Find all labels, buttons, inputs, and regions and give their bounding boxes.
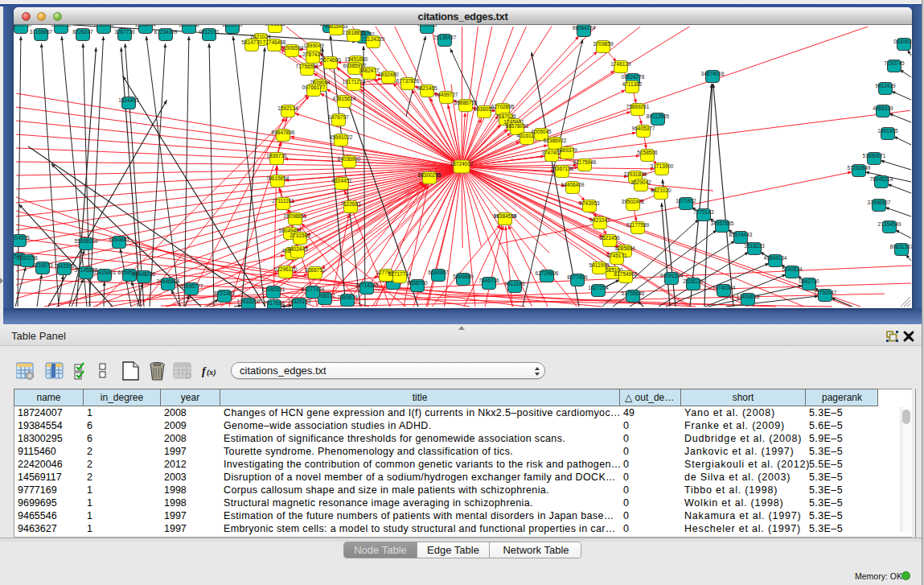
svg-text:3482477: 3482477 [359, 68, 380, 73]
svg-text:79740344: 79740344 [713, 285, 736, 290]
svg-text:00524278: 00524278 [622, 74, 645, 80]
svg-text:8721489: 8721489 [214, 290, 235, 296]
svg-text:5009788: 5009788 [179, 25, 199, 27]
svg-text:96405377: 96405377 [632, 126, 655, 131]
svg-text:3747407: 3747407 [541, 150, 562, 155]
svg-text:74367136: 74367136 [551, 166, 574, 171]
svg-text:17080531: 17080531 [262, 286, 285, 292]
svg-text:8366752: 8366752 [305, 267, 326, 273]
svg-text:4324451: 4324451 [331, 178, 352, 183]
svg-text:94406409: 94406409 [561, 182, 585, 187]
svg-text:5411998: 5411998 [589, 262, 610, 268]
svg-text:1592124: 1592124 [277, 105, 298, 111]
svg-text:84036900: 84036900 [338, 156, 361, 162]
svg-text:9751613: 9751613 [265, 25, 285, 27]
svg-text:1399049: 1399049 [303, 43, 324, 48]
svg-text:19384554: 19384554 [494, 213, 517, 219]
svg-text:8677496: 8677496 [567, 274, 588, 280]
svg-text:13171274: 13171274 [343, 79, 366, 84]
svg-text:1824493: 1824493 [118, 97, 139, 103]
svg-text:39502402: 39502402 [622, 199, 645, 204]
svg-text:0812191: 0812191 [199, 29, 220, 35]
svg-text:27111161: 27111161 [272, 198, 294, 204]
svg-text:6690967: 6690967 [428, 270, 449, 275]
svg-text:7193745: 7193745 [884, 60, 905, 66]
svg-text:82175946: 82175946 [573, 159, 597, 165]
svg-text:1491905: 1491905 [877, 128, 898, 134]
svg-text:71756551: 71756551 [296, 64, 319, 69]
svg-text:4711382: 4711382 [622, 81, 643, 87]
svg-text:02296120: 02296120 [274, 266, 298, 272]
svg-text:37996507: 37996507 [868, 200, 891, 205]
svg-text:71746488: 71746488 [263, 39, 286, 45]
svg-text:52717744: 52717744 [388, 271, 412, 277]
svg-text:7543303: 7543303 [54, 263, 75, 269]
svg-text:5674680: 5674680 [320, 57, 341, 63]
svg-text:32931839: 32931839 [624, 171, 647, 177]
svg-text:99091334: 99091334 [660, 273, 684, 278]
svg-text:7622683: 7622683 [340, 201, 361, 207]
svg-text:62729806: 62729806 [536, 270, 559, 276]
svg-text:76615654: 76615654 [266, 175, 290, 181]
svg-text:2421024: 2421024 [250, 34, 271, 39]
svg-text:0842710: 0842710 [799, 278, 819, 284]
svg-text:81754965: 81754965 [614, 271, 638, 277]
svg-text:7187026: 7187026 [495, 113, 516, 119]
svg-text:18724007: 18724007 [450, 161, 474, 167]
svg-text:4745171: 4745171 [606, 253, 627, 258]
svg-text:23124329: 23124329 [362, 36, 385, 42]
svg-text:80112805: 80112805 [647, 113, 670, 119]
svg-text:5466889: 5466889 [453, 274, 474, 279]
svg-text:38299737: 38299737 [14, 25, 33, 27]
svg-text:23300295: 23300295 [418, 172, 441, 178]
svg-text:1746120: 1746120 [610, 61, 631, 67]
svg-text:34714345: 34714345 [355, 282, 379, 288]
svg-text:1836736: 1836736 [266, 153, 287, 159]
svg-text:2731585: 2731585 [290, 233, 310, 238]
svg-text:28098851: 28098851 [284, 213, 307, 219]
svg-text:3285884: 3285884 [614, 245, 635, 251]
svg-text:3529042: 3529042 [630, 179, 651, 185]
svg-text:0932480: 0932480 [378, 72, 399, 77]
svg-text:4966319: 4966319 [873, 105, 893, 111]
svg-text:1627204: 1627204 [588, 285, 609, 290]
svg-text:9402445: 9402445 [287, 246, 308, 252]
svg-text:31165667: 31165667 [30, 29, 53, 35]
svg-text:55698169: 55698169 [75, 238, 98, 244]
svg-text:36995777: 36995777 [180, 283, 203, 289]
svg-text:2606474: 2606474 [135, 25, 156, 27]
svg-text:13493618: 13493618 [737, 294, 760, 299]
svg-text:7917693: 7917693 [264, 300, 285, 306]
svg-text:5158506: 5158506 [637, 150, 658, 155]
svg-text:75869261: 75869261 [626, 104, 650, 109]
svg-text:3709859: 3709859 [593, 41, 614, 47]
svg-text:9521456: 9521456 [599, 235, 620, 241]
svg-text:4060883: 4060883 [109, 237, 129, 242]
svg-text:0330923: 0330923 [893, 39, 912, 44]
svg-text:00766177: 00766177 [302, 84, 326, 90]
svg-text:98084124: 98084124 [573, 25, 596, 31]
svg-text:(x): (x) [207, 368, 216, 377]
svg-text:9413186: 9413186 [504, 281, 525, 286]
svg-text:9421047: 9421047 [589, 217, 610, 223]
svg-text:76945314: 76945314 [870, 176, 893, 182]
svg-text:2787429: 2787429 [302, 51, 323, 57]
svg-text:81177589: 81177589 [626, 222, 650, 228]
svg-text:80831367: 80831367 [890, 244, 912, 249]
svg-text:45991022: 45991022 [330, 134, 353, 140]
svg-text:87234309: 87234309 [154, 29, 178, 35]
svg-text:8726247: 8726247 [72, 29, 93, 35]
svg-text:1065133: 1065133 [51, 25, 72, 27]
svg-text:21818835: 21818835 [343, 30, 366, 35]
svg-text:27354549: 27354549 [878, 221, 901, 227]
svg-text:76320163: 76320163 [288, 299, 311, 304]
svg-text:53755646: 53755646 [622, 290, 645, 296]
svg-text:3518233: 3518233 [744, 243, 765, 249]
svg-text:2260256: 2260256 [17, 255, 38, 261]
svg-text:87277434: 87277434 [302, 286, 325, 292]
svg-text:9821465: 9821465 [417, 85, 437, 91]
svg-text:9743953: 9743953 [579, 200, 600, 206]
svg-text:6193990: 6193990 [222, 25, 243, 27]
svg-text:55886753: 55886753 [454, 100, 478, 105]
svg-text:15451680: 15451680 [345, 56, 368, 62]
